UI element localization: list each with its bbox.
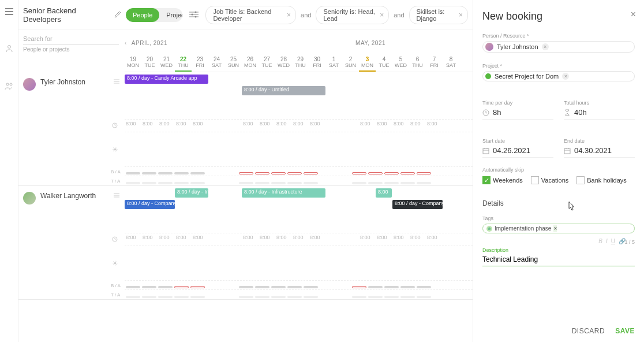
prev-arrow-icon[interactable]: ‹ bbox=[125, 40, 127, 46]
day-header[interactable]: 24SAT bbox=[208, 53, 225, 72]
month-label: MAY, 2021 bbox=[355, 40, 385, 46]
checkbox-vacations[interactable]: Vacations bbox=[531, 176, 569, 184]
svg-point-5 bbox=[195, 16, 197, 17]
link-icon[interactable]: 🔗 bbox=[619, 238, 626, 244]
day-header[interactable]: 4TUE bbox=[376, 53, 392, 72]
clock-icon bbox=[482, 109, 489, 116]
svg-rect-10 bbox=[564, 148, 570, 154]
booking-block[interactable]: 8:00 / day - Untitled bbox=[242, 86, 325, 95]
close-icon[interactable]: × bbox=[631, 9, 636, 20]
avatar bbox=[23, 192, 36, 205]
field-label-skip: Automatically skip bbox=[482, 167, 635, 173]
project-dot-icon bbox=[485, 73, 491, 79]
field-label-project: Project bbox=[482, 63, 635, 69]
checkbox-icon: ✓ bbox=[482, 176, 491, 184]
booking-block[interactable]: 8:00 / day - Company bbox=[392, 200, 443, 209]
day-header[interactable]: 20TUE bbox=[141, 53, 158, 72]
calendar-icon bbox=[482, 147, 489, 154]
day-header[interactable]: 21WED bbox=[158, 53, 175, 72]
end-date-input[interactable]: 04.30.2021 bbox=[564, 146, 635, 158]
remove-icon[interactable]: × bbox=[553, 225, 557, 232]
view-toggle[interactable]: People Projects bbox=[126, 8, 182, 22]
booking-block[interactable]: 8:00 / day - In bbox=[175, 188, 208, 198]
day-header[interactable]: 26MON bbox=[242, 53, 259, 72]
avatar bbox=[23, 78, 36, 91]
lane-label: B / A bbox=[111, 169, 121, 174]
discard-button[interactable]: DISCARD bbox=[572, 327, 605, 335]
filter-chip-skillset[interactable]: Skillset is: Django × bbox=[409, 6, 469, 24]
tag-pill[interactable]: ⊕ Implementation phase × bbox=[482, 224, 635, 233]
month-label: APRIL, 2021 bbox=[132, 40, 167, 46]
filter-chip-seniority[interactable]: Seniority is: Head, Lead × bbox=[316, 6, 389, 24]
settings-icon[interactable] bbox=[189, 10, 199, 20]
save-button[interactable]: SAVE bbox=[615, 327, 635, 335]
svg-point-2 bbox=[10, 83, 12, 86]
expand-icon[interactable] bbox=[113, 78, 120, 87]
svg-point-0 bbox=[8, 46, 10, 49]
checkbox-weekends[interactable]: ✓ Weekends bbox=[482, 176, 523, 184]
person-pill[interactable]: Tyler Johnston × bbox=[482, 41, 635, 53]
day-header[interactable]: 8SAT bbox=[443, 53, 459, 72]
filter-and: and bbox=[394, 12, 404, 18]
edit-icon[interactable] bbox=[114, 11, 121, 20]
booking-block[interactable]: 8:00 / day - Company bbox=[125, 200, 175, 209]
day-header[interactable]: 22THU bbox=[175, 53, 192, 72]
day-header[interactable]: 29THU bbox=[292, 53, 309, 72]
day-header[interactable]: 30FRI bbox=[309, 53, 325, 72]
day-header[interactable]: 7FRI bbox=[426, 53, 443, 72]
lane-label: B / A bbox=[111, 282, 121, 288]
person-icon[interactable] bbox=[5, 44, 13, 54]
menu-icon[interactable] bbox=[5, 8, 13, 17]
project-pill[interactable]: Secret Project for Dom × bbox=[482, 71, 635, 81]
person-value: Tyler Johnston bbox=[497, 43, 538, 50]
project-value: Secret Project for Dom bbox=[495, 73, 559, 80]
group-icon[interactable] bbox=[5, 82, 14, 92]
close-icon[interactable]: × bbox=[380, 11, 384, 19]
filter-chip-jobtitle[interactable]: Job Title is: Backend Developer × bbox=[205, 6, 296, 24]
filter-and: and bbox=[301, 12, 311, 18]
toggle-people[interactable]: People bbox=[126, 8, 159, 22]
italic-icon[interactable]: I bbox=[606, 238, 608, 244]
person-name[interactable]: Tyler Johnston bbox=[40, 78, 108, 86]
sun-icon: ☀ bbox=[112, 259, 118, 267]
close-icon[interactable]: × bbox=[287, 11, 291, 19]
search-subtitle: People or projects bbox=[23, 46, 119, 53]
day-header[interactable]: 28WED bbox=[275, 53, 292, 72]
day-header[interactable]: 2SUN bbox=[342, 53, 359, 72]
booking-block[interactable]: 8:00 / day - Infrastructure bbox=[242, 188, 325, 198]
booking-block[interactable]: 8:00 bbox=[376, 188, 392, 198]
filter-label: Skillset is: Django bbox=[417, 8, 455, 22]
day-header[interactable]: 3MON bbox=[359, 53, 376, 72]
svg-point-3 bbox=[195, 11, 197, 13]
calendar-icon bbox=[564, 147, 571, 154]
field-label-sd: Start date bbox=[482, 138, 553, 144]
lane-label: T / A bbox=[111, 292, 120, 298]
day-header[interactable]: 6THU bbox=[409, 53, 426, 72]
day-header[interactable]: 19MON bbox=[125, 53, 141, 72]
day-header[interactable]: 27TUE bbox=[259, 53, 275, 72]
svg-point-1 bbox=[6, 83, 9, 86]
day-header[interactable]: 5WED bbox=[392, 53, 409, 72]
field-label-desc: Description bbox=[482, 247, 635, 253]
start-date-input[interactable]: 04.26.2021 bbox=[482, 146, 553, 158]
search-input[interactable] bbox=[23, 33, 119, 45]
booking-block[interactable]: 8:00 / day - Candy Arcade app bbox=[125, 75, 208, 84]
time-per-day-input[interactable]: 8h bbox=[482, 108, 553, 120]
sun-icon: ☀ bbox=[112, 146, 118, 154]
toggle-projects[interactable]: Projects bbox=[159, 8, 182, 22]
expand-icon[interactable] bbox=[113, 192, 120, 200]
description-input[interactable] bbox=[482, 253, 635, 266]
bold-icon[interactable]: B bbox=[598, 238, 602, 244]
filter-label: Seniority is: Head, Lead bbox=[323, 8, 376, 22]
checkbox-bank[interactable]: Bank holidays bbox=[576, 176, 627, 184]
day-header[interactable]: 23FRI bbox=[192, 53, 208, 72]
remove-icon[interactable]: × bbox=[562, 73, 569, 80]
total-hours-input[interactable]: 40h bbox=[564, 108, 635, 120]
close-icon[interactable]: × bbox=[459, 11, 463, 19]
remove-icon[interactable]: × bbox=[542, 43, 549, 50]
day-header[interactable]: 25SUN bbox=[225, 53, 242, 72]
tag-dot-icon: ⊕ bbox=[486, 226, 492, 232]
underline-icon[interactable]: U bbox=[611, 238, 615, 244]
person-name[interactable]: Walker Langworth bbox=[40, 192, 108, 200]
day-header[interactable]: 1SAT bbox=[325, 53, 342, 72]
